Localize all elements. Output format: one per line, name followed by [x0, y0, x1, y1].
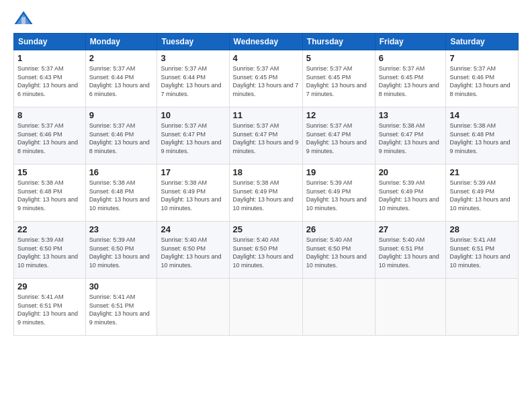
day-header-monday: Monday — [85, 34, 157, 50]
day-number: 11 — [233, 110, 299, 120]
calendar-cell: 29Sunrise: 5:41 AMSunset: 6:51 PMDayligh… — [14, 279, 86, 336]
calendar-cell: 16Sunrise: 5:38 AMSunset: 6:48 PMDayligh… — [85, 165, 157, 222]
week-row-1: 1Sunrise: 5:37 AMSunset: 6:43 PMDaylight… — [14, 50, 519, 107]
calendar-cell: 9Sunrise: 5:37 AMSunset: 6:46 PMDaylight… — [85, 107, 157, 165]
calendar-cell: 6Sunrise: 5:37 AMSunset: 6:45 PMDaylight… — [375, 50, 446, 107]
day-info: Sunrise: 5:41 AMSunset: 6:51 PMDaylight:… — [449, 236, 515, 269]
calendar-cell: 23Sunrise: 5:39 AMSunset: 6:50 PMDayligh… — [85, 222, 157, 279]
day-info: Sunrise: 5:37 AMSunset: 6:45 PMDaylight:… — [379, 64, 443, 98]
calendar-cell: 7Sunrise: 5:37 AMSunset: 6:46 PMDaylight… — [446, 50, 519, 107]
calendar-cell: 18Sunrise: 5:38 AMSunset: 6:49 PMDayligh… — [229, 165, 302, 222]
day-number: 17 — [161, 167, 225, 177]
day-info: Sunrise: 5:41 AMSunset: 6:51 PMDaylight:… — [89, 293, 154, 326]
day-number: 8 — [17, 110, 82, 120]
day-number: 10 — [161, 110, 225, 120]
calendar-cell: 22Sunrise: 5:39 AMSunset: 6:50 PMDayligh… — [14, 222, 86, 279]
calendar-cell: 20Sunrise: 5:39 AMSunset: 6:49 PMDayligh… — [375, 165, 446, 222]
day-number: 13 — [379, 110, 443, 120]
day-number: 30 — [89, 281, 154, 291]
day-info: Sunrise: 5:39 AMSunset: 6:49 PMDaylight:… — [449, 179, 515, 212]
day-info: Sunrise: 5:37 AMSunset: 6:47 PMDaylight:… — [306, 122, 371, 155]
day-info: Sunrise: 5:38 AMSunset: 6:48 PMDaylight:… — [89, 179, 154, 212]
day-number: 7 — [449, 53, 515, 63]
day-number: 1 — [17, 53, 82, 63]
calendar-cell: 15Sunrise: 5:38 AMSunset: 6:48 PMDayligh… — [14, 165, 86, 222]
day-number: 14 — [449, 110, 515, 120]
day-info: Sunrise: 5:37 AMSunset: 6:46 PMDaylight:… — [17, 122, 82, 155]
day-number: 24 — [161, 224, 225, 234]
calendar-cell: 11Sunrise: 5:37 AMSunset: 6:47 PMDayligh… — [229, 107, 302, 165]
calendar-cell: 5Sunrise: 5:37 AMSunset: 6:45 PMDaylight… — [302, 50, 375, 107]
day-number: 15 — [17, 167, 82, 177]
calendar-cell: 17Sunrise: 5:38 AMSunset: 6:49 PMDayligh… — [157, 165, 229, 222]
calendar-cell: 8Sunrise: 5:37 AMSunset: 6:46 PMDaylight… — [14, 107, 86, 165]
day-number: 12 — [306, 110, 371, 120]
day-number: 18 — [233, 167, 299, 177]
day-info: Sunrise: 5:37 AMSunset: 6:44 PMDaylight:… — [161, 64, 225, 98]
day-number: 28 — [449, 224, 515, 234]
calendar-cell: 28Sunrise: 5:41 AMSunset: 6:51 PMDayligh… — [446, 222, 519, 279]
calendar-cell: 27Sunrise: 5:40 AMSunset: 6:51 PMDayligh… — [375, 222, 446, 279]
calendar-cell: 25Sunrise: 5:40 AMSunset: 6:50 PMDayligh… — [229, 222, 302, 279]
page: SundayMondayTuesdayWednesdayThursdayFrid… — [0, 0, 532, 411]
day-number: 21 — [449, 167, 515, 177]
day-info: Sunrise: 5:39 AMSunset: 6:49 PMDaylight:… — [379, 179, 443, 212]
day-number: 23 — [89, 224, 154, 234]
day-info: Sunrise: 5:37 AMSunset: 6:47 PMDaylight:… — [161, 122, 225, 155]
svg-rect-2 — [21, 17, 26, 25]
day-info: Sunrise: 5:40 AMSunset: 6:50 PMDaylight:… — [161, 236, 225, 269]
day-info: Sunrise: 5:39 AMSunset: 6:50 PMDaylight:… — [89, 236, 154, 269]
day-info: Sunrise: 5:37 AMSunset: 6:43 PMDaylight:… — [17, 64, 82, 98]
logo-icon — [13, 10, 34, 26]
day-number: 19 — [306, 167, 371, 177]
calendar-cell: 13Sunrise: 5:38 AMSunset: 6:47 PMDayligh… — [375, 107, 446, 165]
calendar-cell: 21Sunrise: 5:39 AMSunset: 6:49 PMDayligh… — [446, 165, 519, 222]
day-info: Sunrise: 5:38 AMSunset: 6:48 PMDaylight:… — [449, 122, 515, 155]
day-number: 4 — [233, 53, 299, 63]
day-info: Sunrise: 5:37 AMSunset: 6:44 PMDaylight:… — [89, 64, 154, 98]
day-info: Sunrise: 5:39 AMSunset: 6:49 PMDaylight:… — [306, 179, 371, 212]
day-info: Sunrise: 5:38 AMSunset: 6:49 PMDaylight:… — [161, 179, 225, 212]
day-info: Sunrise: 5:37 AMSunset: 6:45 PMDaylight:… — [306, 64, 371, 98]
day-info: Sunrise: 5:37 AMSunset: 6:47 PMDaylight:… — [233, 122, 299, 155]
day-number: 2 — [89, 53, 154, 63]
calendar-cell: 12Sunrise: 5:37 AMSunset: 6:47 PMDayligh… — [302, 107, 375, 165]
day-number: 9 — [89, 110, 154, 120]
day-header-saturday: Saturday — [446, 34, 519, 50]
day-info: Sunrise: 5:38 AMSunset: 6:49 PMDaylight:… — [233, 179, 299, 212]
day-number: 22 — [17, 224, 82, 234]
calendar-cell: 26Sunrise: 5:40 AMSunset: 6:50 PMDayligh… — [302, 222, 375, 279]
calendar-cell — [157, 279, 229, 336]
calendar-cell: 1Sunrise: 5:37 AMSunset: 6:43 PMDaylight… — [14, 50, 86, 107]
logo — [13, 10, 36, 26]
day-info: Sunrise: 5:40 AMSunset: 6:51 PMDaylight:… — [379, 236, 443, 269]
day-info: Sunrise: 5:39 AMSunset: 6:50 PMDaylight:… — [17, 236, 82, 269]
day-info: Sunrise: 5:37 AMSunset: 6:46 PMDaylight:… — [449, 64, 515, 98]
calendar-cell: 10Sunrise: 5:37 AMSunset: 6:47 PMDayligh… — [157, 107, 229, 165]
calendar-cell: 19Sunrise: 5:39 AMSunset: 6:49 PMDayligh… — [302, 165, 375, 222]
day-number: 20 — [379, 167, 443, 177]
day-info: Sunrise: 5:38 AMSunset: 6:47 PMDaylight:… — [379, 122, 443, 155]
day-info: Sunrise: 5:37 AMSunset: 6:45 PMDaylight:… — [233, 64, 299, 98]
calendar-cell — [229, 279, 302, 336]
day-info: Sunrise: 5:40 AMSunset: 6:50 PMDaylight:… — [233, 236, 299, 269]
week-row-5: 29Sunrise: 5:41 AMSunset: 6:51 PMDayligh… — [14, 279, 519, 336]
day-header-sunday: Sunday — [14, 34, 86, 50]
week-row-2: 8Sunrise: 5:37 AMSunset: 6:46 PMDaylight… — [14, 107, 519, 165]
day-number: 16 — [89, 167, 154, 177]
calendar-cell: 4Sunrise: 5:37 AMSunset: 6:45 PMDaylight… — [229, 50, 302, 107]
day-header-tuesday: Tuesday — [157, 34, 229, 50]
week-row-4: 22Sunrise: 5:39 AMSunset: 6:50 PMDayligh… — [14, 222, 519, 279]
calendar-cell: 3Sunrise: 5:37 AMSunset: 6:44 PMDaylight… — [157, 50, 229, 107]
day-number: 29 — [17, 281, 82, 291]
calendar-cell: 2Sunrise: 5:37 AMSunset: 6:44 PMDaylight… — [85, 50, 157, 107]
week-row-3: 15Sunrise: 5:38 AMSunset: 6:48 PMDayligh… — [14, 165, 519, 222]
header — [13, 10, 519, 26]
day-header-row: SundayMondayTuesdayWednesdayThursdayFrid… — [14, 34, 519, 50]
calendar-cell — [446, 279, 519, 336]
day-number: 6 — [379, 53, 443, 63]
day-number: 5 — [306, 53, 371, 63]
day-number: 25 — [233, 224, 299, 234]
day-number: 27 — [379, 224, 443, 234]
calendar-cell — [375, 279, 446, 336]
